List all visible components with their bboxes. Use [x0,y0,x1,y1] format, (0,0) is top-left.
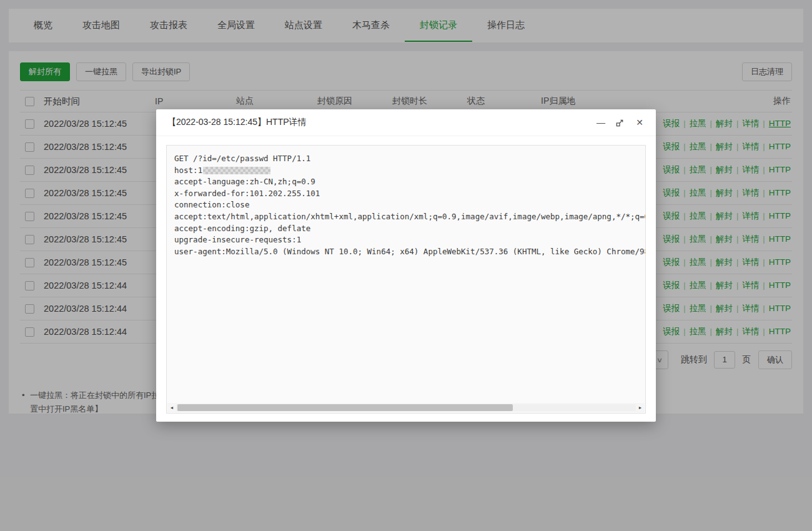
scroll-right-icon[interactable]: ► [636,405,645,410]
http-detail-modal: 【2022-03-28 15:12:45】HTTP详情 — ✕ GET /?id… [156,109,656,422]
minimize-icon[interactable]: — [596,117,606,127]
http-request-line: accept-language:zh-CN,zh;q=0.9 [174,176,638,188]
close-icon[interactable]: ✕ [635,117,645,127]
redacted-host-blur [203,167,270,174]
http-request-line: connection:close [174,199,638,211]
http-request-line: x-forwarded-for:101.202.255.101 [174,188,638,200]
waf-admin-screen: 概览攻击地图攻击报表全局设置站点设置木马查杀封锁记录操作日志 解封所有 一键拉黑… [0,0,812,531]
http-request-line: upgrade-insecure-requests:1 [174,234,638,246]
horizontal-scrollbar[interactable]: ◄ ► [167,403,645,412]
scrollbar-track[interactable] [176,404,636,411]
http-request-line: GET /?id=/etc/passwd HTTP/1.1 [174,153,638,165]
modal-titlebar: 【2022-03-28 15:12:45】HTTP详情 — ✕ [156,109,656,136]
http-request-lines: GET /?id=/etc/passwd HTTP/1.1host:1accep… [167,146,645,257]
http-request-box: GET /?id=/etc/passwd HTTP/1.1host:1accep… [166,145,646,414]
http-request-line: accept-encoding:gzip, deflate [174,223,638,235]
http-request-line: host:1 [174,165,638,177]
scroll-left-icon[interactable]: ◄ [167,405,176,410]
window-controls: — ✕ [596,117,645,127]
http-request-line: user-agent:Mozilla/5.0 (Windows NT 10.0;… [174,246,638,258]
maximize-icon[interactable] [615,118,625,127]
scrollbar-thumb[interactable] [177,404,513,411]
modal-title: 【2022-03-28 15:12:45】HTTP详情 [167,117,307,128]
http-request-line: accept:text/html,application/xhtml+xml,a… [174,211,638,223]
